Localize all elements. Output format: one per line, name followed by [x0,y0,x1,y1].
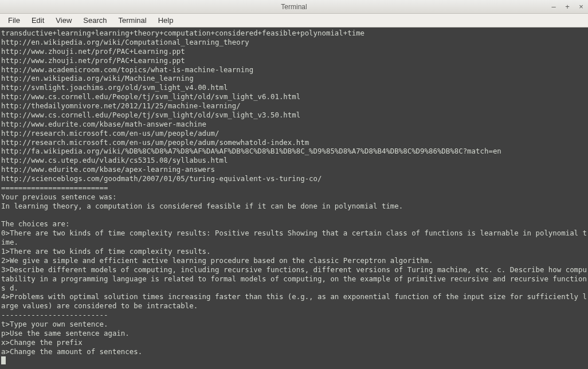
prev-sentence: In learning theory, a computation is con… [1,202,403,210]
output-line: http://www.zhouji.net/prof/PAC+Learning.… [1,56,185,65]
output-line: http://research.microsoft.com/en-us/um/p… [1,138,309,147]
output-line: http://www.cs.cornell.edu/People/tj/svm_… [1,111,300,119]
menu-view[interactable]: View [50,15,77,26]
menubar: File Edit View Search Terminal Help [0,14,588,28]
close-button[interactable]: × [577,2,586,11]
menu-file[interactable]: File [2,15,26,26]
prev-sentence-label: Your previous sentence was: [1,193,116,201]
output-line: http://scienceblogs.com/goodmath/2007/01… [1,174,322,183]
maximize-button[interactable]: + [563,2,572,11]
choices-label: The choices are: [1,219,69,228]
option-item: t>Type your own sentence. [1,320,108,328]
minimize-button[interactable]: – [549,2,558,11]
output-line: http://research.microsoft.com/en-us/um/p… [1,129,219,138]
window-title: Terminal [281,3,307,11]
window-controls: – + × [549,2,586,11]
output-line: http://svmlight.joachims.org/old/svm_lig… [1,83,228,92]
titlebar: Terminal – + × [0,0,588,14]
choice-item: 4>Problems with optimal solution times i… [1,292,587,310]
menu-help[interactable]: Help [152,15,179,26]
option-item: x>Change the prefix [1,338,83,347]
output-line: http://en.wikipedia.org/wiki/Computation… [1,38,249,46]
output-line: http://www.academicroom.com/topics/what-… [1,65,253,74]
output-line: http://www.zhouji.net/prof/PAC+Learning.… [1,47,185,56]
option-item: a>Change the amount of sentences. [1,347,142,356]
terminal-output[interactable]: transductive+learning+learning+theory+co… [0,28,588,369]
output-line: http://www.edurite.com/kbase/math-answer… [1,120,206,128]
option-item: p>Use the same sentence again. [1,329,130,337]
divider: ------------------------- [1,311,108,319]
output-line: http://www.edurite.com/kbase/apex-learni… [1,165,215,174]
output-line: http://fa.wikipedia.org/wiki/%DB%8C%D8%A… [1,147,501,155]
output-line: http://en.wikipedia.org/wiki/Machine_lea… [1,74,194,83]
choice-item: 2>We give a simple and efficient active … [1,256,433,265]
choice-item: 3>Describe different models of computing… [1,265,587,292]
choice-item: 1>There are two kinds of time complexity… [1,247,211,256]
output-line: transductive+learning+learning+theory+co… [1,29,364,37]
menu-search[interactable]: Search [77,15,112,26]
output-line: http://thedailyomnivore.net/2012/11/25/m… [1,101,241,110]
menu-terminal[interactable]: Terminal [113,15,152,26]
output-line: http://www.cs.cornell.edu/People/tj/svm_… [1,92,300,101]
choice-item: 0>There are two kinds of time complexity… [1,229,587,246]
divider: ========================= [1,183,108,192]
output-line: http://www.cs.utep.edu/vladik/cs5315.08/… [1,156,228,164]
cursor [1,356,6,364]
menu-edit[interactable]: Edit [26,15,50,26]
